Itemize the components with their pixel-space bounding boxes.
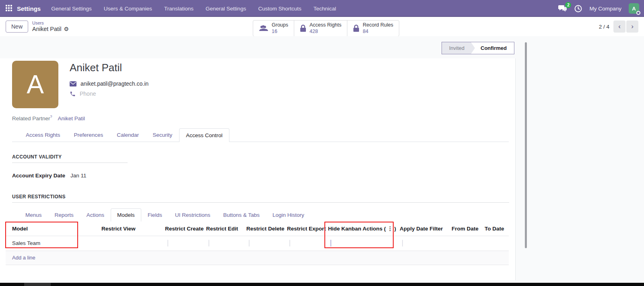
menu-translations[interactable]: Translations bbox=[164, 6, 194, 12]
hide-kanban-actions-checkbox[interactable] bbox=[330, 240, 331, 247]
top-menu: General Settings Users & Companies Trans… bbox=[51, 6, 336, 12]
apply-date-filter-checkbox[interactable] bbox=[402, 240, 403, 247]
section-account-validity: ACCOUNT VALIDITY bbox=[12, 154, 128, 163]
col-hide-kanban-actions[interactable]: Hide Kanban Actions ( ⋮ ) bbox=[328, 225, 400, 232]
status-bar: Invited Confirmed bbox=[442, 42, 514, 54]
stat-button-access-rights[interactable]: Access Rights 428 bbox=[294, 21, 347, 36]
col-to-date[interactable]: To Date bbox=[485, 226, 509, 232]
envelope-icon bbox=[70, 81, 76, 86]
status-step-confirmed[interactable]: Confirmed bbox=[475, 42, 514, 54]
account-expiry-row: Account Expiry Date Jan 11 bbox=[12, 173, 509, 179]
model-cell[interactable]: Sales Team bbox=[6, 240, 101, 246]
menu-general-settings-2[interactable]: General Settings bbox=[206, 6, 246, 12]
avatar-letter: A bbox=[632, 6, 636, 12]
stat-value: 16 bbox=[272, 29, 288, 35]
user-name-field[interactable]: Aniket Patil bbox=[70, 62, 149, 74]
account-expiry-value[interactable]: Jan 11 bbox=[70, 173, 87, 179]
col-model[interactable]: Model bbox=[6, 226, 101, 232]
add-line-row: Add a line bbox=[6, 251, 509, 265]
tab-access-rights[interactable]: Access Rights bbox=[19, 128, 67, 142]
status-step-invited[interactable]: Invited bbox=[442, 42, 475, 54]
subtab-actions[interactable]: Actions bbox=[80, 208, 111, 222]
user-status-dot bbox=[636, 11, 640, 15]
col-restrict-export[interactable]: Restrict Export bbox=[287, 226, 328, 232]
menu-users-companies[interactable]: Users & Companies bbox=[104, 6, 152, 12]
related-partner-row: Related Partner? Aniket Patil bbox=[12, 115, 509, 121]
stat-button-record-rules[interactable]: Record Rules 84 bbox=[347, 21, 399, 36]
table-header-row: Model Restrict View Restrict Create Rest… bbox=[6, 222, 509, 236]
related-partner-label: Related Partner? bbox=[12, 115, 52, 121]
col-restrict-view[interactable]: Restrict View bbox=[101, 226, 165, 232]
lock-icon bbox=[300, 25, 306, 32]
models-table: Model Restrict View Restrict Create Rest… bbox=[6, 222, 509, 265]
tab-security[interactable]: Security bbox=[146, 128, 179, 142]
stat-label: Record Rules bbox=[363, 22, 393, 29]
new-button[interactable]: New bbox=[6, 21, 28, 33]
subtab-menus[interactable]: Menus bbox=[19, 208, 48, 222]
lock-icon bbox=[353, 25, 359, 32]
phone-field[interactable]: Phone bbox=[80, 91, 96, 97]
profile-header: A Aniket Patil aniket.patil@pragtech.co.… bbox=[12, 61, 509, 108]
restrict-edit-checkbox[interactable] bbox=[208, 240, 209, 247]
user-avatar-image[interactable]: A bbox=[12, 61, 58, 108]
form-sheet: A Aniket Patil aniket.patil@pragtech.co.… bbox=[0, 58, 516, 280]
vertical-scrollbar[interactable] bbox=[525, 42, 527, 248]
messages-count-badge: 2 bbox=[565, 2, 571, 8]
col-restrict-create[interactable]: Restrict Create bbox=[165, 226, 206, 232]
subtab-login-history[interactable]: Login History bbox=[266, 208, 311, 222]
apps-menu-icon[interactable] bbox=[6, 5, 13, 12]
phone-icon bbox=[70, 91, 76, 97]
add-a-line-link[interactable]: Add a line bbox=[6, 255, 509, 261]
top-nav-bar: Settings General Settings Users & Compan… bbox=[0, 0, 644, 17]
breadcrumb-parent[interactable]: Users bbox=[32, 21, 69, 26]
tab-calendar[interactable]: Calendar bbox=[110, 128, 146, 142]
email-field[interactable]: aniket.patil@pragtech.co.in bbox=[80, 80, 149, 87]
control-panel: New Users Aniket Patil ⚙ Groups 16 Acces bbox=[0, 17, 644, 36]
stat-value: 84 bbox=[363, 29, 393, 35]
col-restrict-edit[interactable]: Restrict Edit bbox=[206, 226, 246, 232]
help-icon: ? bbox=[50, 115, 52, 119]
app-name[interactable]: Settings bbox=[17, 5, 41, 12]
activities-clock-icon[interactable] bbox=[574, 5, 582, 12]
stat-label: Access Rights bbox=[310, 22, 341, 29]
user-menu-avatar[interactable]: A bbox=[629, 3, 639, 14]
main-content: Invited Confirmed A Aniket Patil aniket.… bbox=[0, 36, 644, 286]
tab-preferences[interactable]: Preferences bbox=[67, 128, 110, 142]
section-user-restrictions: USER RESTRICTIONS bbox=[12, 194, 509, 203]
breadcrumb: Users Aniket Patil ⚙ bbox=[32, 21, 69, 32]
subtab-ui-restrictions[interactable]: UI Restrictions bbox=[169, 208, 217, 222]
restrict-export-checkbox[interactable] bbox=[289, 240, 290, 247]
table-row[interactable]: Sales Team bbox=[6, 236, 509, 251]
stat-button-groups[interactable]: Groups 16 bbox=[253, 21, 294, 36]
stat-button-group: Groups 16 Access Rights 428 Record Rules… bbox=[253, 20, 399, 37]
subtab-fields[interactable]: Fields bbox=[141, 208, 169, 222]
stat-value: 428 bbox=[310, 29, 341, 35]
menu-technical[interactable]: Technical bbox=[314, 6, 336, 12]
col-apply-date-filter[interactable]: Apply Date Filter bbox=[400, 226, 452, 232]
menu-custom-shortcuts[interactable]: Custom Shortcuts bbox=[258, 6, 301, 12]
gear-icon[interactable]: ⚙ bbox=[64, 26, 69, 32]
restrict-delete-checkbox[interactable] bbox=[249, 240, 250, 247]
tab-access-control[interactable]: Access Control bbox=[179, 128, 229, 142]
menu-general-settings[interactable]: General Settings bbox=[51, 6, 92, 12]
pager-next-button[interactable]: › bbox=[626, 21, 638, 33]
related-partner-link[interactable]: Aniket Patil bbox=[58, 115, 85, 121]
pager: 2 / 4 ‹ › bbox=[599, 17, 638, 36]
col-restrict-delete[interactable]: Restrict Delete bbox=[246, 226, 287, 232]
subtab-reports[interactable]: Reports bbox=[48, 208, 80, 222]
col-from-date[interactable]: From Date bbox=[452, 226, 485, 232]
subtab-models[interactable]: Models bbox=[111, 208, 141, 222]
notebook-tabs: Access Rights Preferences Calendar Secur… bbox=[12, 128, 509, 142]
pager-previous-button[interactable]: ‹ bbox=[613, 21, 625, 33]
company-switcher[interactable]: My Company bbox=[589, 6, 621, 12]
chevron-right-icon: › bbox=[631, 23, 634, 31]
messages-icon[interactable]: 2 bbox=[558, 5, 567, 12]
pager-counter: 2 / 4 bbox=[599, 24, 609, 30]
subtab-buttons-tabs[interactable]: Buttons & Tabs bbox=[217, 208, 266, 222]
account-expiry-label: Account Expiry Date bbox=[12, 173, 70, 179]
restrictions-tabs: Menus Reports Actions Models Fields UI R… bbox=[12, 208, 509, 222]
restrict-create-checkbox[interactable] bbox=[167, 240, 168, 247]
users-icon bbox=[259, 25, 268, 32]
breadcrumb-current: Aniket Patil bbox=[32, 26, 62, 33]
stat-label: Groups bbox=[272, 22, 288, 29]
